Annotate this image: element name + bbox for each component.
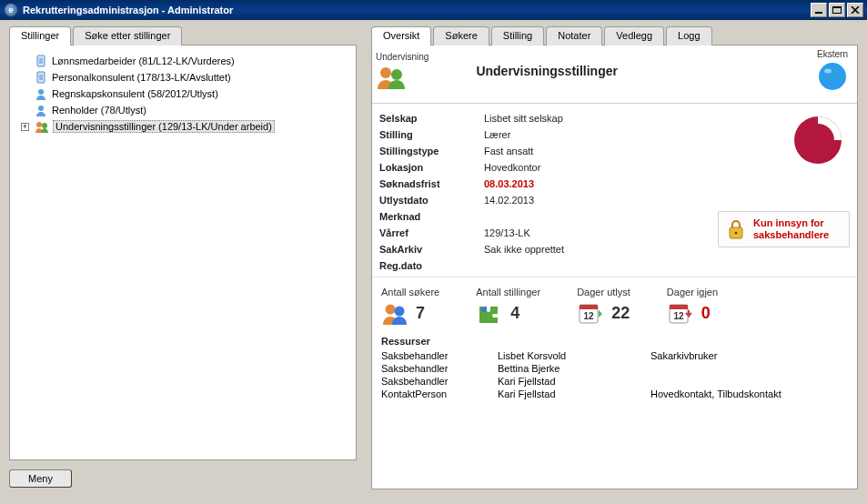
left-panel: Stillinger Søke etter stillinger Lønnsme…	[5, 25, 360, 493]
overview-content: Undervisning Undervisningsstillinger Eks…	[371, 45, 858, 489]
resource-role: Saksbehandler	[381, 376, 490, 387]
detail-grid: Selskap Lisbet sitt selskap Stilling Lær…	[372, 104, 857, 277]
app-icon: e	[4, 3, 18, 17]
tab-logg[interactable]: Logg	[666, 26, 711, 45]
document-icon	[34, 70, 48, 85]
svg-point-5	[38, 89, 44, 95]
svg-point-7	[36, 122, 42, 127]
stat-value: 7	[416, 304, 425, 323]
tree-item[interactable]: Personalkonsulent (178/13-LK/Avsluttet)	[17, 69, 348, 86]
detail-label: Reg.dato	[379, 260, 484, 271]
document-icon	[34, 54, 48, 68]
close-button[interactable]	[847, 3, 863, 17]
tab-notater[interactable]: Notater	[546, 26, 602, 45]
tab-vedlegg[interactable]: Vedlegg	[604, 26, 664, 45]
svg-rect-2	[832, 6, 842, 8]
resource-role: Saksbehandler	[381, 363, 490, 374]
svg-point-8	[42, 123, 47, 128]
svg-point-9	[380, 67, 391, 78]
resource-extra: Sakarkivbruker	[650, 350, 848, 361]
restricted-access-notice: Kun innsyn for saksbehandlere	[718, 211, 850, 247]
detail-label: Stillingstype	[379, 146, 484, 156]
stat-dager-igjen: Dager igjen 12 0	[667, 287, 718, 325]
resource-extra: Hovedkontakt, Tilbudskontakt	[650, 388, 848, 399]
menu-button[interactable]: Meny	[9, 469, 72, 488]
svg-text:12: 12	[584, 311, 595, 321]
resource-extra	[650, 363, 848, 374]
resource-name: Kari Fjellstad	[498, 376, 643, 387]
resource-extra	[650, 376, 848, 387]
detail-label: Utlystdato	[379, 195, 484, 206]
resource-role: KontaktPerson	[381, 388, 490, 399]
tree-item-label: Regnskapskonsulent (58/2012/Utlyst)	[52, 88, 218, 99]
svg-point-11	[819, 63, 846, 90]
tree-item-selected[interactable]: + Undervisningsstillinger (129/13-LK/Und…	[17, 118, 348, 135]
detail-value-stillingstype: Fast ansatt	[484, 146, 686, 156]
stat-label: Antall stillinger	[476, 287, 540, 297]
stat-antall-stillinger: Antall stillinger 4	[476, 287, 540, 325]
tree-item-label: Undervisningsstillinger (129/13-LK/Under…	[53, 120, 275, 133]
tab-stillinger[interactable]: Stillinger	[9, 26, 71, 45]
detail-value-stilling: Lærer	[484, 129, 686, 140]
stat-label: Dager utlyst	[577, 287, 630, 297]
tab-oversikt[interactable]: Oversikt	[371, 26, 431, 45]
svg-point-16	[386, 305, 396, 315]
svg-rect-0	[815, 12, 822, 14]
detail-label: Vårref	[379, 227, 484, 238]
tree-item[interactable]: Renholder (78/Utlyst)	[17, 102, 348, 118]
page-title: Undervisningsstillinger	[476, 64, 618, 78]
resources-grid: Saksbehandler Lisbet Korsvold Sakarkivbr…	[381, 350, 848, 399]
resources-section: Ressurser Saksbehandler Lisbet Korsvold …	[372, 330, 857, 408]
minimize-button[interactable]	[811, 3, 827, 17]
stat-label: Dager igjen	[667, 287, 718, 297]
tab-soke-etter-stillinger[interactable]: Søke etter stillinger	[73, 26, 182, 45]
detail-label: Søknadsfrist	[379, 178, 484, 189]
tree-item[interactable]: Lønnsmedarbeider (81/L12-LK/Vurderes)	[17, 53, 348, 69]
position-tree[interactable]: Lønnsmedarbeider (81/L12-LK/Vurderes) Pe…	[17, 53, 348, 135]
globe-icon	[817, 61, 848, 92]
calendar-icon: 12	[577, 301, 604, 325]
tree-item-label: Lønnsmedarbeider (81/L12-LK/Vurderes)	[52, 55, 235, 66]
stat-label: Antall søkere	[381, 287, 439, 297]
svg-rect-23	[670, 305, 688, 309]
overview-header: Undervisning Undervisningsstillinger Eks…	[372, 45, 857, 104]
stat-value: 4	[510, 304, 519, 323]
svg-point-17	[395, 307, 405, 317]
lock-icon	[726, 218, 746, 240]
tree-item[interactable]: Regnskapskonsulent (58/2012/Utlyst)	[17, 86, 348, 102]
detail-label: Stilling	[379, 129, 484, 140]
window-title: Rekrutteringsadministrasjon - Administra…	[23, 5, 233, 15]
right-tab-row: Oversikt Søkere Stilling Notater Vedlegg…	[371, 26, 862, 45]
left-tab-row: Stillinger Søke etter stillinger	[9, 26, 360, 45]
stat-value: 22	[611, 304, 630, 323]
maximize-button[interactable]	[829, 3, 845, 17]
people-icon	[35, 119, 49, 134]
puzzle-icon	[476, 301, 503, 325]
tab-stilling[interactable]: Stilling	[491, 26, 544, 45]
company-logo	[786, 113, 850, 167]
stat-value: 0	[701, 304, 711, 323]
tab-sokere[interactable]: Søkere	[433, 26, 489, 45]
notice-text: Kun innsyn for saksbehandlere	[753, 217, 840, 241]
svg-point-10	[391, 69, 402, 80]
resource-name: Lisbet Korsvold	[498, 350, 643, 361]
people-icon	[376, 64, 407, 89]
svg-text:12: 12	[673, 311, 684, 321]
tree-area: Lønnsmedarbeider (81/L12-LK/Vurderes) Pe…	[9, 45, 357, 460]
tree-item-label: Renholder (78/Utlyst)	[52, 105, 146, 116]
svg-point-6	[38, 106, 44, 111]
detail-label: Merknad	[379, 211, 484, 222]
category-label: Undervisning	[376, 52, 428, 62]
tree-item-label: Personalkonsulent (178/13-LK/Avsluttet)	[52, 72, 231, 83]
resources-title: Ressurser	[381, 336, 848, 347]
svg-point-15	[735, 232, 738, 235]
detail-label: Lokasjon	[379, 162, 484, 173]
detail-value-soknadsfrist: 08.03.2013	[484, 178, 686, 189]
expand-icon[interactable]: +	[21, 123, 29, 131]
detail-value-utlystdato: 14.02.2013	[484, 195, 686, 206]
svg-rect-20	[580, 305, 598, 309]
title-bar: e Rekrutteringsadministrasjon - Administ…	[0, 0, 867, 20]
resource-role: Saksbehandler	[381, 350, 490, 361]
detail-value-varref: 129/13-LK	[484, 227, 686, 238]
svg-point-18	[481, 307, 487, 312]
